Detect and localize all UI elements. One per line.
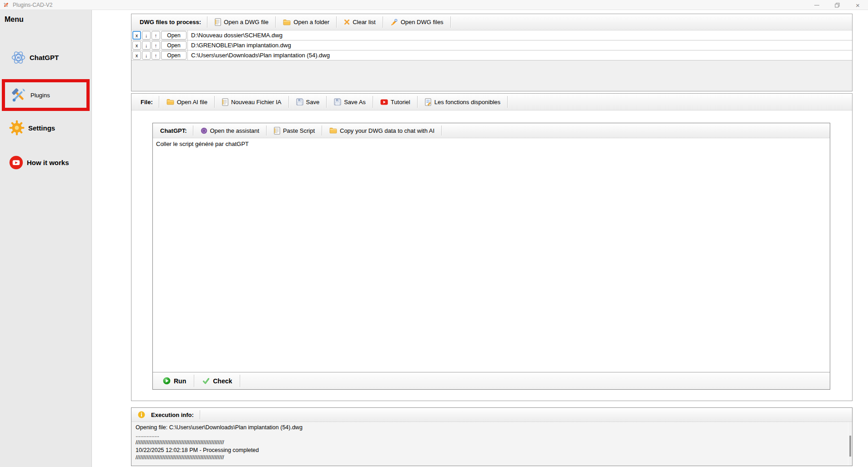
open-dwg-files-button[interactable]: Open DWG files [387, 17, 447, 27]
log-line: ////////////////////////////////////////… [136, 439, 848, 447]
tutorial-button[interactable]: Tutoriel [377, 97, 414, 107]
sidebar-item-plugins[interactable]: Plugins [10, 87, 50, 103]
sidebar-item-label: How it works [27, 159, 69, 166]
separator [194, 375, 195, 387]
remove-row-button[interactable]: x [132, 31, 141, 40]
execution-header-title: Execution info: [148, 412, 197, 418]
chatgpt-script-panel: ChatGPT: Open the assistant Paste Script [152, 123, 830, 390]
execution-log[interactable]: Opening file: C:\Users\user\Downloads\Pl… [131, 422, 852, 466]
folder-icon [283, 19, 291, 25]
separator [207, 16, 208, 28]
close-button[interactable]: × [848, 0, 868, 10]
youtube-icon [380, 99, 388, 105]
separator [200, 410, 201, 419]
separator [441, 126, 442, 136]
close-icon: × [856, 2, 860, 9]
save-button[interactable]: Save [293, 97, 323, 107]
file-path-cell[interactable]: D:\Nouveau dossier\SCHEMA.dwg [187, 30, 852, 40]
log-line: ////////////////////////////////////////… [136, 454, 848, 462]
file-toolbar: File: Open AI file Nouveau Fichier IA [131, 94, 852, 110]
script-editor[interactable]: Coller le script généré par chatGPT [153, 138, 830, 372]
window-title: Plugins-CAD-V2 [13, 2, 52, 8]
run-play-icon [163, 377, 171, 385]
file-path: C:\Users\user\Downloads\Plan implantatio… [191, 52, 330, 59]
new-ia-file-button[interactable]: Nouveau Fichier IA [218, 97, 285, 107]
separator [417, 96, 418, 108]
restore-icon [835, 3, 840, 8]
open-folder-button[interactable]: Open a folder [279, 17, 333, 27]
sidebar-item-settings[interactable]: Settings [9, 120, 55, 136]
rocket-icon [390, 18, 398, 26]
move-down-button[interactable]: ↓ [142, 31, 151, 40]
execution-panel: Execution info: Opening file: C:\Users\u… [131, 407, 853, 466]
separator [240, 375, 241, 387]
log-line: 10/22/2025 12:02:18 PM - Processing comp… [136, 447, 848, 454]
folder-icon [167, 99, 174, 105]
separator [383, 16, 384, 28]
paste-script-button[interactable]: Paste Script [270, 126, 318, 136]
sidebar-heading: Menu [5, 15, 24, 24]
save-as-icon [334, 98, 341, 105]
save-as-button[interactable]: Save As [330, 97, 369, 107]
document-icon [274, 127, 280, 135]
file-toolbar-title: File: [138, 99, 156, 105]
log-line: Opening file: C:\Users\user\Downloads\Pl… [136, 424, 848, 432]
sidebar-item-chatgpt[interactable]: AI ChatGPT [11, 50, 59, 65]
open-ai-file-button[interactable]: Open AI file [163, 97, 211, 107]
sidebar-item-how-it-works[interactable]: How it works [9, 156, 69, 170]
minimize-icon [814, 5, 819, 5]
window-controls: × [807, 0, 868, 10]
run-button[interactable]: Run [158, 376, 191, 386]
log-scrollbar-thumb[interactable] [849, 436, 851, 457]
file-path-cell[interactable]: D:\GRENOBLE\Plan implantation.dwg [187, 40, 852, 50]
sidebar-item-label: Plugins [30, 92, 50, 99]
folder-icon [329, 127, 337, 134]
clear-list-button[interactable]: Clear list [340, 17, 379, 27]
remove-row-button[interactable]: x [132, 41, 141, 50]
open-row-button[interactable]: Open [161, 31, 187, 40]
separator [266, 126, 267, 136]
move-down-button[interactable]: ↓ [142, 41, 151, 50]
file-path: D:\Nouveau dossier\SCHEMA.dwg [191, 32, 283, 39]
move-down-button[interactable]: ↓ [142, 51, 151, 60]
open-row-button[interactable]: Open [161, 51, 187, 60]
separator [373, 96, 373, 108]
document-icon [215, 18, 221, 26]
check-icon [202, 377, 210, 385]
separator [275, 16, 276, 28]
info-icon [138, 411, 145, 418]
file-path-cell[interactable]: C:\Users\user\Downloads\Plan implantatio… [187, 50, 852, 60]
plugins-highlight-box: Plugins [2, 79, 90, 111]
app-icon [3, 2, 9, 8]
dwg-files-panel: DWG files to process: Open a DWG file Op… [131, 14, 853, 91]
maximize-button[interactable] [827, 0, 848, 10]
separator [193, 126, 194, 136]
sidebar-item-label: Settings [28, 124, 55, 132]
move-up-button[interactable]: ↑ [151, 31, 160, 40]
separator [450, 16, 451, 28]
open-dwg-file-button[interactable]: Open a DWG file [211, 17, 272, 27]
chatgpt-toolbar: ChatGPT: Open the assistant Paste Script [153, 123, 830, 138]
document-icon [222, 98, 228, 106]
save-icon [296, 98, 303, 105]
available-functions-button[interactable]: Les fonctions disponibles [421, 97, 504, 107]
remove-row-button[interactable]: x [132, 51, 141, 60]
dwg-toolbar-title: DWG files to process: [137, 19, 204, 25]
log-line: ............... [136, 432, 848, 439]
open-assistant-button[interactable]: Open the assistant [197, 126, 263, 136]
move-up-button[interactable]: ↑ [151, 51, 160, 60]
open-row-button[interactable]: Open [161, 41, 187, 50]
copy-dwg-data-button[interactable]: Copy your DWG data to chat with AI [326, 126, 438, 136]
run-toolbar: Run Check [153, 372, 830, 389]
move-up-button[interactable]: ↑ [151, 41, 160, 50]
separator [159, 96, 160, 108]
dwg-file-row: x ↓ ↑ Open C:\Users\user\Downloads\Plan … [131, 50, 852, 60]
separator [326, 96, 327, 108]
execution-header: Execution info: [131, 408, 852, 422]
check-button[interactable]: Check [198, 376, 237, 386]
sidebar-item-label: ChatGPT [30, 54, 59, 61]
log-scrollbar[interactable] [848, 422, 852, 466]
file-path: D:\GRENOBLE\Plan implantation.dwg [191, 42, 291, 49]
window-titlebar: Plugins-CAD-V2 × [0, 0, 868, 10]
minimize-button[interactable] [807, 0, 827, 10]
